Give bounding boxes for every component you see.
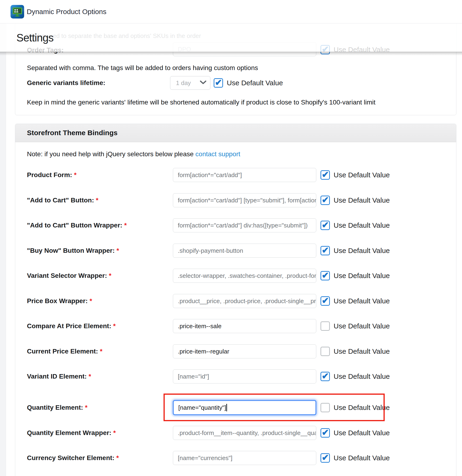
contact-support-link[interactable]: contact support: [195, 150, 240, 158]
selector-input-focused[interactable]: [name="quantity"]: [173, 400, 316, 415]
required-asterisk: *: [116, 454, 119, 461]
use-default-label[interactable]: Use Default Value: [334, 272, 390, 280]
field-label: Product Form: *: [27, 171, 77, 179]
use-default-checkbox[interactable]: ✔: [320, 428, 330, 438]
field-row-product-form: Product Form: * form[action*="cart/add"]…: [0, 168, 462, 182]
field-label: Current Price Element: *: [27, 348, 102, 355]
field-row-current-price-element: Current Price Element: * .price-item--re…: [0, 344, 462, 358]
settings-page: Will be used to separate the base and op…: [0, 0, 462, 476]
use-default-label[interactable]: Use Default Value: [334, 247, 390, 255]
required-asterisk: *: [124, 221, 127, 229]
use-default-label[interactable]: Use Default Value: [334, 297, 390, 305]
required-asterisk: *: [85, 404, 87, 411]
field-label: "Add to Cart" Button Wrapper: *: [27, 221, 127, 229]
use-default-label[interactable]: Use Default Value: [334, 196, 390, 204]
check-icon: ✔: [322, 270, 329, 280]
use-default-checkbox[interactable]: ✔: [320, 296, 330, 306]
field-row-buy-now-button-wrapper: "Buy Now" Button Wrapper: * .shopify-pay…: [0, 244, 462, 258]
app-title: Dynamic Product Options: [27, 8, 106, 16]
use-default-checkbox[interactable]: ✔: [320, 372, 330, 381]
use-default-checkbox[interactable]: [320, 403, 330, 412]
field-row-add-to-cart-button: "Add to Cart" Button: * form[action*="ca…: [0, 193, 462, 207]
selector-input[interactable]: .shopify-payment-button: [173, 244, 316, 258]
selector-input[interactable]: form[action*="cart/add"] [type="submit"]…: [173, 193, 316, 207]
field-row-quantity-element: Quantity Element: * [name="quantity"] Us…: [0, 400, 462, 415]
selector-input[interactable]: .product-form__item--quantity, .product-…: [173, 426, 316, 440]
field-row-quantity-element-wrapper: Quantity Element Wrapper: * .product-for…: [0, 426, 462, 440]
check-icon: ✔: [322, 195, 329, 205]
check-icon: ✔: [322, 245, 329, 255]
use-default-checkbox[interactable]: ✔: [320, 453, 330, 463]
field-label: Price Box Wrapper: *: [27, 297, 92, 305]
field-label: "Add to Cart" Button: *: [27, 196, 98, 204]
selector-input[interactable]: form[action*="cart/add"] div:has([type="…: [173, 218, 316, 232]
required-asterisk: *: [89, 373, 91, 380]
use-default-label[interactable]: Use Default Value: [334, 454, 390, 462]
check-icon: ✔: [215, 77, 222, 88]
generic-lifetime-use-default-checkbox[interactable]: ✔: [214, 78, 223, 88]
field-label: Quantity Element: *: [27, 404, 87, 411]
selector-input[interactable]: .price-item--sale: [173, 319, 316, 333]
note-text: Note: if you need help with jQuery selec…: [27, 150, 194, 158]
required-asterisk: *: [100, 348, 102, 355]
required-asterisk: *: [89, 297, 92, 305]
use-default-checkbox[interactable]: [320, 321, 330, 331]
field-label: Quantity Element Wrapper: *: [27, 429, 116, 437]
page-title: Settings: [17, 31, 53, 44]
required-asterisk: *: [74, 171, 77, 178]
required-asterisk: *: [113, 322, 116, 330]
use-default-checkbox[interactable]: ✔: [320, 246, 330, 255]
selector-input[interactable]: form[action*="cart/add"]: [173, 168, 316, 182]
field-row-add-to-cart-button-wrapper: "Add to Cart" Button Wrapper: * form[act…: [0, 218, 462, 232]
field-label: Currency Switcher Element: *: [27, 454, 119, 462]
check-icon: ✔: [322, 296, 329, 306]
selector-input[interactable]: [name="currencies"]: [173, 451, 316, 465]
field-row-currency-switcher-element: Currency Switcher Element: * [name="curr…: [0, 451, 462, 465]
required-asterisk: *: [96, 196, 98, 204]
field-label: Compare At Price Element: *: [27, 322, 116, 330]
required-asterisk: *: [116, 247, 119, 254]
use-default-checkbox[interactable]: ✔: [320, 221, 330, 230]
app-header-bar: Dynamic Product Options: [0, 0, 462, 23]
field-label: Variant Selector Wrapper: *: [27, 272, 111, 280]
field-label: Variant ID Element: *: [27, 373, 91, 380]
field-row-price-box-wrapper: Price Box Wrapper: * .product__price, .p…: [0, 294, 462, 308]
text-caret: [226, 404, 227, 411]
use-default-label[interactable]: Use Default Value: [334, 373, 390, 380]
field-row-compare-at-price-element: Compare At Price Element: * .price-item-…: [0, 319, 462, 333]
selector-input[interactable]: .price-item--regular: [173, 344, 316, 358]
field-row-variant-selector-wrapper: Variant Selector Wrapper: * .selector-wr…: [0, 269, 462, 283]
required-asterisk: *: [109, 272, 111, 279]
use-default-checkbox[interactable]: [320, 347, 330, 356]
check-icon: ✔: [322, 427, 329, 438]
use-default-label[interactable]: Use Default Value: [334, 171, 390, 179]
use-default-label[interactable]: Use Default Value: [334, 429, 390, 437]
chevron-down-icon: [200, 81, 206, 85]
sticky-settings-header: Settings: [0, 23, 462, 52]
use-default-label[interactable]: Use Default Value: [334, 322, 390, 330]
use-default-checkbox[interactable]: ✔: [320, 170, 330, 180]
required-asterisk: *: [113, 429, 116, 436]
use-default-checkbox[interactable]: ✔: [320, 196, 330, 205]
selector-input[interactable]: .product__price, .product-price, .produc…: [173, 294, 316, 308]
use-default-label[interactable]: Use Default Value: [334, 404, 390, 412]
field-label: "Buy Now" Button Wrapper: *: [27, 247, 119, 255]
selector-input[interactable]: [name="id"]: [173, 369, 316, 383]
selector-input[interactable]: .selector-wrapper, .swatches-container, …: [173, 269, 316, 283]
use-default-checkbox[interactable]: ✔: [320, 271, 330, 280]
app-logo-icon: [10, 5, 24, 18]
generic-lifetime-select[interactable]: 1 day: [170, 76, 210, 90]
check-icon: ✔: [322, 453, 329, 463]
check-icon: ✔: [322, 170, 329, 180]
select-value: 1 day: [176, 79, 191, 87]
check-icon: ✔: [322, 220, 329, 230]
use-default-label[interactable]: Use Default Value: [334, 221, 390, 229]
check-icon: ✔: [322, 371, 329, 381]
use-default-label[interactable]: Use Default Value: [334, 347, 390, 355]
field-row-variant-id-element: Variant ID Element: * [name="id"] ✔ Use …: [0, 369, 462, 383]
